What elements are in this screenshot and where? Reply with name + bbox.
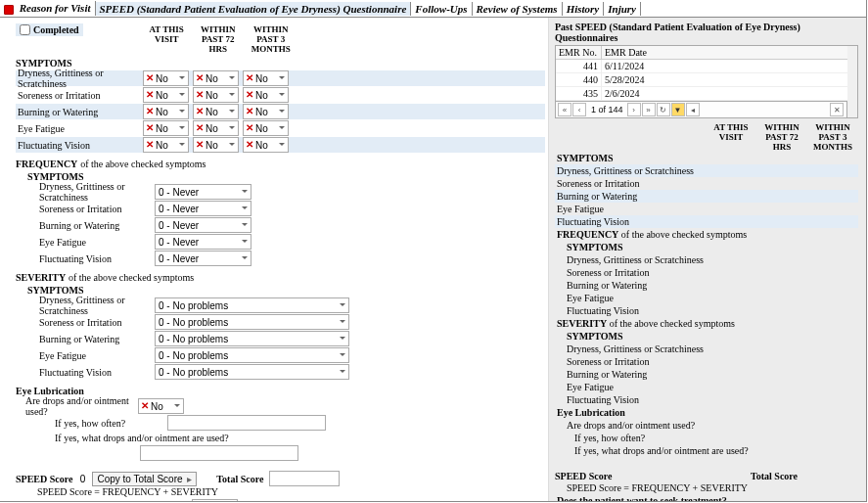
m3-select[interactable]: ✕No (243, 70, 289, 86)
sev-select[interactable]: 0 - No problems (155, 364, 349, 380)
r-what-drops-question: If yes, what drops and/or ointment are u… (555, 444, 858, 457)
grid-header-date[interactable]: EMR Date (602, 46, 848, 59)
tab-injury[interactable]: Injury (604, 2, 641, 16)
tab-label: Review of Systems (477, 3, 558, 15)
visit-select[interactable]: ✕No (143, 104, 189, 119)
r-symptom-row: Eye Fatigue (555, 203, 858, 215)
r-symptom-row: Fluctuating Vision (555, 215, 858, 228)
symptom-row: Dryness, Grittiness or Scratchiness ✕No … (16, 70, 545, 86)
sev-select[interactable]: 0 - No problems (155, 331, 349, 346)
refresh-icon[interactable]: ↻ (657, 103, 670, 116)
grid-cell-emr: 441 (556, 60, 602, 72)
completed-checkbox[interactable]: Completed (16, 23, 83, 36)
col-header-3months: WITHIN PAST 3 MONTHS (245, 24, 297, 56)
freq-label: Fluctuating Vision (27, 253, 155, 264)
m3-select[interactable]: ✕No (243, 87, 289, 103)
h72-select[interactable]: ✕No (193, 137, 239, 153)
visit-select[interactable]: ✕No (143, 87, 189, 103)
total-score-input[interactable] (269, 471, 340, 486)
sev-label: Burning or Watering (27, 334, 155, 344)
drops-question: Are drops and/or ointment used? (25, 395, 138, 417)
r-formula: SPEED Score = FREQUENCY + SEVERITY (555, 481, 858, 494)
left-panel: Completed AT THIS VISIT WITHIN PAST 72 H… (0, 18, 548, 502)
m3-select[interactable]: ✕No (243, 120, 289, 136)
r-sev-symptoms-title: SYMPTOMS (555, 330, 858, 343)
filter-icon[interactable]: ▼ (671, 103, 685, 116)
grid-cell-date: 6/11/2024 (602, 60, 848, 72)
freq-select[interactable]: 0 - Never (155, 201, 251, 216)
m3-select[interactable]: ✕No (243, 137, 289, 153)
r-col-header-3months: WITHIN PAST 3 MONTHS (807, 122, 858, 152)
freq-select[interactable]: 0 - Never (155, 184, 251, 200)
page-next-icon[interactable]: › (627, 103, 641, 116)
right-panel: Past SPEED (Standard Patient Evaluation … (548, 18, 866, 502)
sev-row: Fluctuating Vision 0 - No problems (27, 364, 545, 380)
sev-select[interactable]: 0 - No problems (155, 347, 349, 363)
chevron-right-icon: ▸ (187, 474, 192, 484)
tab-speed[interactable]: SPEED (Standard Patient Evaluation of Ey… (96, 2, 412, 16)
page-prev-icon[interactable]: ‹ (572, 103, 586, 116)
h72-select[interactable]: ✕No (193, 104, 239, 119)
r-severity-sub: of the above checked symptoms (610, 318, 735, 329)
grid-row[interactable]: 435 2/6/2024 (556, 87, 848, 101)
visit-select[interactable]: ✕No (143, 120, 189, 136)
frequency-title: FREQUENCY (16, 159, 77, 169)
r-freq-symptoms-title: SYMPTOMS (555, 241, 858, 253)
r-sev-row: Burning or Watering (555, 368, 858, 381)
page-last-icon[interactable]: » (642, 103, 656, 116)
body: Completed AT THIS VISIT WITHIN PAST 72 H… (0, 18, 866, 502)
grid-row[interactable]: 441 6/11/2024 (556, 60, 848, 73)
past-title: Past SPEED (Standard Patient Evaluation … (555, 22, 858, 43)
symptom-row: Soreness or Irritation ✕No ✕No ✕No (16, 87, 545, 103)
r-speed-score-label: SPEED Score (555, 471, 751, 481)
symptom-label: Soreness or Irritation (16, 90, 143, 101)
grid-row[interactable]: 440 5/28/2024 (556, 73, 848, 87)
tab-review-of-systems[interactable]: Review of Systems (473, 2, 563, 16)
tab-follow-ups[interactable]: Follow-Ups (411, 2, 472, 16)
freq-select[interactable]: 0 - Never (155, 251, 251, 266)
total-score-label: Total Score (216, 474, 263, 484)
freq-select[interactable]: 0 - Never (155, 234, 251, 250)
r-col-header-visit: AT THIS VISIT (706, 122, 756, 152)
m3-select[interactable]: ✕No (243, 104, 289, 119)
copy-to-total-button[interactable]: Copy to Total Score ▸ (92, 472, 197, 486)
visit-select[interactable]: ✕No (143, 137, 189, 153)
sev-row: Soreness or Irritation 0 - No problems (27, 314, 545, 330)
r-eye-lub-title: Eye Lubrication (555, 406, 858, 419)
seek-treatment-question: Does the patient want to seek treatment? (16, 502, 186, 503)
r-sev-row: Fluctuating Vision (555, 393, 858, 406)
past-grid: EMR No. EMR Date 441 6/11/2024 440 5/28/… (555, 45, 849, 102)
grid-cell-emr: 440 (556, 73, 602, 86)
completed-checkbox-input[interactable] (20, 24, 30, 35)
what-drops-input[interactable] (140, 445, 298, 461)
grid-header-emr[interactable]: EMR No. (556, 46, 602, 59)
speed-score-label: SPEED Score (16, 474, 72, 484)
record-icon (4, 5, 14, 15)
formula-text: SPEED Score = FREQUENCY + SEVERITY (37, 486, 545, 497)
close-icon[interactable]: ✕ (830, 103, 844, 116)
h72-select[interactable]: ✕No (193, 70, 239, 86)
r-freq-row: Dryness, Grittiness or Scratchiness (555, 253, 858, 266)
freq-select[interactable]: 0 - Never (155, 217, 251, 233)
tab-reason-for-visit[interactable]: Reason for Visit (0, 1, 96, 15)
play-icon[interactable]: ◂ (686, 103, 700, 116)
seek-treatment-select[interactable]: ✕No (192, 499, 238, 502)
what-drops-question: If yes, what drops and/or ointment are u… (25, 433, 545, 443)
r-sev-row: Eye Fatigue (555, 381, 858, 393)
sev-select[interactable]: 0 - No problems (155, 314, 349, 330)
page-first-icon[interactable]: « (558, 103, 571, 116)
how-often-question: If yes, how often? (25, 418, 167, 429)
h72-select[interactable]: ✕No (193, 87, 239, 103)
visit-select[interactable]: ✕No (143, 70, 189, 86)
tab-label: Injury (608, 3, 636, 15)
r-total-score-label: Total Score (751, 471, 858, 481)
sev-select[interactable]: 0 - No problems (155, 297, 349, 313)
how-often-input[interactable] (167, 415, 326, 431)
scrollbar[interactable] (847, 45, 858, 118)
tab-label: Reason for Visit (20, 2, 91, 14)
tab-history[interactable]: History (563, 2, 605, 16)
h72-select[interactable]: ✕No (193, 120, 239, 136)
tab-label: SPEED (Standard Patient Evaluation of Ey… (100, 3, 407, 15)
symptom-row: Fluctuating Vision ✕No ✕No ✕No (16, 137, 545, 153)
drops-select[interactable]: ✕No (138, 398, 184, 414)
